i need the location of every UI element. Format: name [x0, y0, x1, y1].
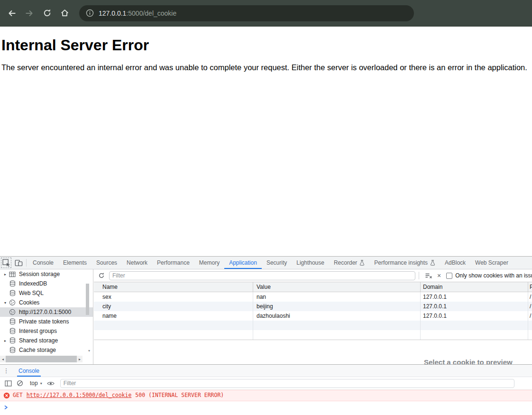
cookie-name: name	[94, 311, 253, 321]
sidebar-item-cookies[interactable]: ▾ Cookies	[0, 298, 93, 307]
url-text: 127.0.0.1:5000/del_cookie	[99, 9, 176, 17]
chevron-down-icon[interactable]: ▾	[3, 301, 8, 305]
address-bar[interactable]: 127.0.0.1:5000/del_cookie	[79, 5, 414, 21]
sidebar-item-label: Cookies	[19, 299, 39, 306]
inspect-cursor-icon	[2, 259, 10, 267]
cookie-row-name[interactable]: name dazhoulaoshi 127.0.0.1 /	[94, 311, 532, 321]
refresh-cookies-button[interactable]	[98, 272, 105, 279]
cookie-row-city[interactable]: city beijing 127.0.0.1 /	[94, 302, 532, 311]
clear-all-cookies-button[interactable]	[425, 273, 432, 279]
chevron-down-icon: ▾	[40, 381, 42, 386]
sidebar-item-session-storage[interactable]: ▸ Session storage	[0, 269, 93, 279]
back-button[interactable]	[4, 6, 19, 21]
refresh-icon	[43, 9, 52, 18]
column-header-path[interactable]: Path	[528, 282, 532, 292]
vertical-scrollbar-thumb[interactable]	[86, 284, 89, 315]
database-icon	[9, 290, 16, 296]
flask-icon	[430, 260, 435, 266]
tab-application[interactable]: Application	[224, 257, 262, 269]
screen: 127.0.0.1:5000/del_cookie Internal Serve…	[0, 0, 532, 415]
refresh-button[interactable]	[39, 6, 55, 21]
refresh-icon	[98, 272, 105, 279]
clear-console-icon	[17, 380, 23, 387]
sidebar-item-label: Private state tokens	[19, 318, 69, 325]
cookies-toolbar: × Only show cookies with an issue	[94, 269, 532, 282]
horizontal-scrollbar[interactable]: ◂ ▸	[0, 356, 83, 362]
kebab-menu-icon[interactable]: ⋮	[0, 365, 12, 377]
chevron-right-icon[interactable]: ▸	[3, 339, 8, 343]
tab-web-scraper[interactable]: Web Scraper	[470, 257, 513, 269]
tab-performance[interactable]: Performance	[152, 257, 194, 269]
error-url-link[interactable]: http://127.0.0.1:5000/del_cookie	[27, 392, 132, 398]
scrollbar-left-arrow[interactable]: ◂	[0, 357, 6, 361]
cookies-filter-input[interactable]	[109, 271, 415, 280]
table-row-empty	[94, 321, 532, 330]
cookie-name: sex	[94, 292, 253, 302]
sidebar-item-web-sql[interactable]: Web SQL	[0, 288, 93, 298]
tab-adblock[interactable]: AdBlock	[440, 257, 470, 269]
error-method: GET	[13, 392, 23, 398]
forward-button[interactable]	[22, 6, 37, 21]
horizontal-scrollbar-thumb[interactable]	[6, 356, 77, 362]
console-drawer: ⋮ Console top ▾ GET http://127.0.	[0, 364, 532, 415]
sidebar-item-cache-storage[interactable]: Cache storage	[0, 345, 93, 355]
tab-security[interactable]: Security	[262, 257, 292, 269]
cookie-icon	[9, 309, 16, 315]
only-show-issues-checkbox[interactable]	[446, 273, 452, 279]
console-sidebar-toggle[interactable]	[5, 380, 12, 387]
back-arrow-icon	[7, 9, 17, 18]
console-prompt[interactable]	[0, 403, 532, 412]
context-selector[interactable]: top ▾	[30, 380, 42, 387]
devtools-panel: Console Elements Sources Network Perform…	[0, 256, 532, 364]
chevron-right-icon[interactable]: ▸	[3, 272, 8, 277]
error-status: 500 (INTERNAL SERVER ERROR)	[135, 392, 224, 398]
device-toolbar-icon	[15, 259, 23, 267]
sidebar-item-shared-storage[interactable]: ▸ Shared storage	[0, 336, 93, 345]
column-header-name[interactable]: Name	[94, 282, 253, 292]
scrollbar-down-arrow[interactable]: ▾	[88, 349, 90, 353]
tab-lighthouse[interactable]: Lighthouse	[292, 257, 329, 269]
sidebar-item-label: Web SQL	[19, 290, 44, 296]
console-filter-input[interactable]	[60, 379, 514, 388]
tab-performance-insights[interactable]: Performance insights	[369, 257, 440, 269]
home-button[interactable]	[57, 6, 72, 21]
tab-memory[interactable]: Memory	[194, 257, 224, 269]
device-toolbar-button[interactable]	[12, 257, 25, 269]
tab-label: Recorder	[334, 259, 357, 266]
sidebar-item-private-state-tokens[interactable]: Private state tokens	[0, 317, 93, 326]
close-icon: ×	[437, 272, 441, 279]
sidebar-item-indexeddb[interactable]: IndexedDB	[0, 279, 93, 288]
inspect-element-button[interactable]	[0, 257, 12, 269]
database-icon	[9, 347, 16, 353]
cookie-row-sex[interactable]: sex nan 127.0.0.1 /	[94, 292, 532, 302]
live-expression-button[interactable]	[47, 381, 55, 386]
cookie-name: city	[94, 302, 253, 311]
error-page: Internal Server Error The server encount…	[0, 27, 532, 256]
application-sidebar: ▸ Session storage IndexedDB Web SQL ▾	[0, 269, 93, 364]
tab-network[interactable]: Network	[122, 257, 152, 269]
tab-elements[interactable]: Elements	[58, 257, 92, 269]
sidebar-item-label: IndexedDB	[19, 280, 47, 287]
column-header-domain[interactable]: Domain	[421, 282, 528, 292]
tab-sources[interactable]: Sources	[92, 257, 122, 269]
scrollbar-right-arrow[interactable]: ▸	[77, 357, 83, 361]
clear-console-button[interactable]	[17, 380, 23, 387]
column-header-value[interactable]: Value	[253, 282, 421, 292]
cookie-icon	[9, 299, 16, 306]
cookie-domain: 127.0.0.1	[421, 292, 528, 302]
drawer-tab-console[interactable]: Console	[17, 365, 41, 377]
url-path: :5000/del_cookie	[126, 9, 176, 17]
sidebar-item-label: Shared storage	[19, 337, 58, 344]
cookie-value: nan	[253, 292, 421, 302]
page-info-icon[interactable]	[86, 9, 94, 17]
sidebar-item-interest-groups[interactable]: Interest groups	[0, 326, 93, 336]
database-icon	[9, 328, 16, 334]
delete-selected-button[interactable]: ×	[437, 272, 441, 279]
sidebar-item-label: Cache storage	[19, 347, 56, 353]
cookie-path: /	[528, 311, 532, 321]
eye-icon	[47, 381, 55, 386]
tab-recorder[interactable]: Recorder	[329, 257, 369, 269]
error-icon	[3, 392, 10, 399]
tab-console[interactable]: Console	[28, 257, 58, 269]
sidebar-item-cookie-origin[interactable]: http://127.0.0.1:5000	[0, 307, 93, 317]
